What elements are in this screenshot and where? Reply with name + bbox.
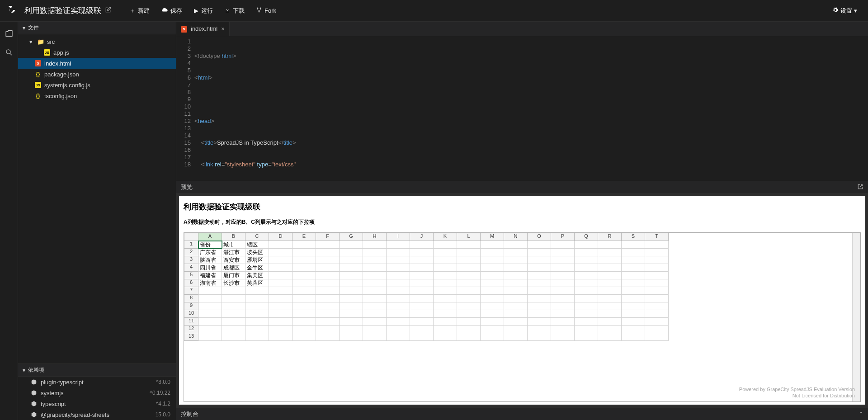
- preview-h6: A列数据变动时，对应的B、C列展示与之对应的下拉项: [184, 218, 861, 226]
- dep-item[interactable]: plugin-typescript^8.0.0: [18, 377, 176, 387]
- sidebar: ▾ 文件 ▾ 📁 src JS app.js 5 index.html {} p…: [18, 22, 176, 420]
- preview-content: 利用数据验证实现级联 A列数据变动时，对应的B、C列展示与之对应的下拉项 ABC…: [179, 196, 865, 405]
- logo-icon: [6, 4, 18, 17]
- download-icon: [225, 7, 230, 14]
- console-title: 控制台: [181, 410, 198, 418]
- save-button[interactable]: 保存: [157, 4, 187, 18]
- file-systemjs-config[interactable]: JS systemjs.config.js: [18, 80, 176, 90]
- download-button[interactable]: 下载: [220, 4, 249, 18]
- fork-icon: [256, 7, 262, 14]
- gear-icon: [832, 7, 839, 14]
- svg-point-2: [259, 11, 259, 12]
- plus-icon: ＋: [129, 7, 135, 15]
- file-app-js[interactable]: JS app.js: [18, 47, 176, 58]
- edit-title-icon[interactable]: [105, 7, 111, 14]
- code-content: <!doctype html> <html> <head> <title>Spr…: [194, 36, 453, 181]
- dep-item[interactable]: typescript^4.1.2: [18, 398, 176, 409]
- popout-icon[interactable]: [857, 184, 863, 191]
- preview-header: 预览: [176, 181, 868, 193]
- html-file-icon: 5: [181, 25, 187, 33]
- topbar: 利用数据验证实现级联 ＋新建 保存 ▶运行 下载 Fork 设置 ▾: [0, 0, 868, 22]
- file-tsconfig[interactable]: {} tsconfig.json: [18, 90, 176, 101]
- code-editor[interactable]: 123456789101112131415161718 <!doctype ht…: [176, 36, 868, 181]
- svg-point-3: [6, 50, 10, 54]
- js-file-icon: JS: [43, 49, 51, 56]
- vertical-scrollbar[interactable]: [852, 233, 860, 401]
- js-file-icon: JS: [34, 82, 42, 88]
- tab-index-html[interactable]: 5 index.html ×: [176, 22, 230, 36]
- dep-item[interactable]: systemjs^0.19.22: [18, 387, 176, 398]
- svg-point-1: [260, 8, 261, 9]
- preview-h4: 利用数据验证实现级联: [184, 202, 861, 212]
- watermark: Powered by GrapeCity SpreadJS Evaluation…: [739, 386, 855, 399]
- explorer-icon[interactable]: [2, 26, 16, 41]
- chevron-up-icon[interactable]: ⌃: [859, 411, 863, 417]
- svg-point-0: [257, 8, 258, 9]
- preview-title: 预览: [181, 183, 193, 191]
- files-panel-header[interactable]: ▾ 文件: [18, 22, 176, 34]
- chevron-down-icon: ▾: [854, 7, 857, 14]
- chevron-down-icon: ▾: [23, 25, 25, 31]
- chevron-down-icon: ▾: [27, 38, 34, 45]
- activitybar: [0, 22, 18, 420]
- folder-icon: 📁: [37, 38, 44, 45]
- editor-tabs: 5 index.html ×: [176, 22, 868, 36]
- file-package-json[interactable]: {} package.json: [18, 69, 176, 80]
- new-button[interactable]: ＋新建: [125, 4, 154, 18]
- chevron-down-icon: ▾: [23, 367, 25, 373]
- fork-button[interactable]: Fork: [252, 5, 281, 17]
- console-bar[interactable]: 控制台 ⌃: [176, 407, 868, 420]
- run-button[interactable]: ▶运行: [189, 4, 217, 18]
- file-tree: ▾ 📁 src JS app.js 5 index.html {} packag…: [18, 34, 176, 103]
- json-file-icon: {}: [34, 71, 42, 77]
- editor-area: 5 index.html × 1234567891011121314151617…: [176, 22, 868, 420]
- search-icon[interactable]: [2, 45, 16, 60]
- close-icon[interactable]: ×: [221, 25, 225, 32]
- project-title: 利用数据验证实现级联: [24, 5, 101, 16]
- top-actions: ＋新建 保存 ▶运行 下载 Fork: [125, 4, 281, 18]
- html-file-icon: 5: [34, 60, 42, 66]
- preview-body: 利用数据验证实现级联 A列数据变动时，对应的B、C列展示与之对应的下拉项 ABC…: [176, 193, 868, 407]
- deps-section: ▾ 依赖项 plugin-typescript^8.0.0systemjs^0.…: [18, 363, 176, 420]
- settings-button[interactable]: 设置 ▾: [828, 4, 862, 18]
- spreadsheet[interactable]: ABCDEFGHIJKLMNOPQRST1省份城市辖区2广东省湛江市坡头区3陕西…: [184, 232, 861, 402]
- json-file-icon: {}: [34, 93, 42, 99]
- deps-panel-header[interactable]: ▾ 依赖项: [18, 364, 176, 377]
- folder-src[interactable]: ▾ 📁 src: [18, 36, 176, 47]
- file-index-html[interactable]: 5 index.html: [18, 58, 176, 69]
- dep-item[interactable]: @grapecity/spread-sheets15.0.0: [18, 409, 176, 420]
- cloud-save-icon: [161, 7, 168, 14]
- play-icon: ▶: [194, 7, 198, 14]
- line-gutter: 123456789101112131415161718: [176, 36, 194, 181]
